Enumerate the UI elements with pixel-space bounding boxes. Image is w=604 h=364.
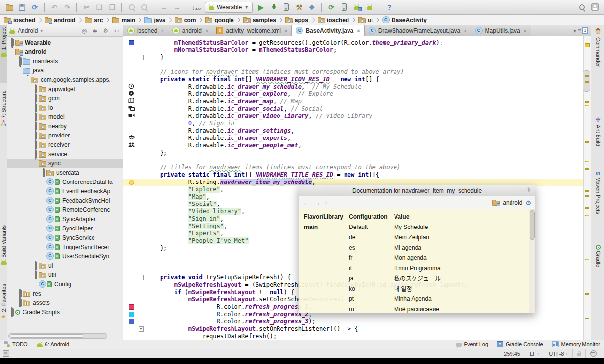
warning-stripe-mark[interactable]	[585, 141, 589, 143]
code-line[interactable]: R.drawable.ic_drawer_map, // Map	[123, 98, 583, 105]
tree-item-provider[interactable]: provider	[7, 131, 123, 140]
sidebar-tab-maven-projects[interactable]: mMaven Projects	[591, 170, 604, 214]
code-line[interactable]: // icons for navdrawer items (indices mu…	[123, 68, 583, 76]
run-config-combo[interactable]: Wearable▼	[205, 2, 253, 13]
code-line[interactable]: }	[123, 54, 583, 61]
warning-stripe-mark[interactable]	[585, 105, 589, 106]
code-line[interactable]: mSwipeRefreshLayout.setOnRefreshListener…	[123, 325, 583, 333]
code-line[interactable]: private static final int[] NAVDRAWER_ICO…	[123, 76, 583, 83]
project-view-selector[interactable]: Android ▾	[9, 27, 78, 34]
tab-close-icon[interactable]: ×	[284, 28, 287, 34]
sidebar-tab-ant-build[interactable]: ❉Ant Build	[591, 116, 604, 146]
collapse-arrow-icon[interactable]	[9, 48, 15, 55]
collapse-arrow-icon[interactable]	[33, 160, 39, 167]
save-all-icon[interactable]	[16, 2, 28, 13]
code-line[interactable]: R.drawable.ic_drawer_people_met,	[123, 142, 583, 149]
expand-arrow-icon[interactable]	[33, 141, 39, 148]
tree-item-gcm[interactable]: gcm	[7, 93, 123, 103]
expand-arrow-icon[interactable]	[17, 58, 23, 65]
expand-arrow-icon[interactable]	[33, 132, 39, 139]
avd-manager-icon[interactable]	[338, 2, 350, 13]
breadcrumb-item[interactable]: com	[175, 17, 196, 23]
tree-item-conferencedataha[interactable]: CConferenceDataHa	[7, 177, 123, 186]
tree-item-eventfeedbackap[interactable]: CEventFeedbackAp	[7, 186, 123, 196]
expand-arrow-icon[interactable]	[33, 114, 39, 120]
expand-arrow-icon[interactable]	[33, 272, 39, 278]
documentation-popup-scrollbar[interactable]	[529, 209, 535, 313]
breadcrumb-item[interactable]: iosched	[4, 17, 35, 23]
tree-item-userdata[interactable]: userdata	[7, 168, 123, 177]
tree-item-res[interactable]: res	[7, 289, 123, 298]
tree-item-java[interactable]: java	[7, 66, 123, 75]
breadcrumb-item[interactable]: google	[205, 17, 233, 23]
code-line[interactable]: R.drawable.ic_drawer_explore, // Explore	[123, 91, 583, 98]
tree-item-manifests[interactable]: manifests	[7, 56, 123, 66]
tab-close-icon[interactable]: ×	[524, 28, 527, 34]
warning-stripe-mark[interactable]	[585, 75, 589, 77]
debug-button[interactable]	[268, 2, 279, 13]
breadcrumb-item[interactable]: apps	[285, 17, 308, 23]
tree-item-gradle-scripts[interactable]: Gradle Scripts	[7, 307, 123, 317]
doc-forward-icon[interactable]: →	[314, 199, 321, 206]
intention-bulb-icon[interactable]	[127, 179, 135, 185]
expand-arrow-icon[interactable]	[9, 39, 15, 46]
code-line[interactable]	[123, 61, 583, 68]
code-line[interactable]: 0, // Sign in	[123, 120, 583, 127]
tab-close-icon[interactable]: ×	[161, 28, 163, 34]
warning-stripe-mark[interactable]	[585, 161, 589, 162]
warning-stripe-mark[interactable]	[585, 259, 589, 260]
readonly-lock-icon[interactable]	[572, 349, 585, 358]
expand-arrow-icon[interactable]	[33, 95, 39, 102]
tree-item-triggersyncrecei[interactable]: CTriggerSyncRecei	[7, 242, 123, 251]
warning-stripe-mark[interactable]	[585, 101, 589, 103]
expand-arrow-icon[interactable]	[41, 169, 46, 176]
breadcrumb-item[interactable]: src	[85, 17, 103, 23]
collapse-arrow-icon[interactable]	[25, 76, 31, 83]
sidebar-tab-favorites[interactable]: 2: Favorites★	[0, 284, 7, 320]
code-line[interactable]: };	[123, 149, 583, 157]
warning-stripe-mark[interactable]	[585, 293, 589, 295]
attach-debugger-icon[interactable]	[280, 2, 292, 13]
tab-maputils-java[interactable]: CMapUtils.java×	[471, 25, 531, 36]
warning-stripe-mark[interactable]	[585, 190, 589, 192]
doc-up-icon[interactable]: ↑	[325, 199, 328, 206]
fold-expand-icon[interactable]: +	[139, 326, 144, 332]
tree-item-nearby[interactable]: nearby	[7, 121, 123, 131]
code-line[interactable]: R.drawable.ic_drawer_settings,	[123, 127, 583, 135]
back-icon[interactable]: ←	[158, 2, 170, 13]
code-line[interactable]: // titles for navdrawer items (indices m…	[123, 164, 583, 171]
tab-android[interactable]: android×	[168, 25, 212, 36]
expand-arrow-icon[interactable]	[9, 309, 15, 316]
tree-item-com-google-samples-apps-[interactable]: com.google.samples.apps.	[7, 75, 123, 84]
tree-item-ui[interactable]: ui	[7, 261, 123, 270]
breadcrumb-item[interactable]: iosched	[318, 17, 349, 23]
expand-arrow-icon[interactable]	[17, 290, 23, 297]
code-line[interactable]: R.drawable.ic_drawer_video_library, // V…	[123, 113, 583, 120]
tree-item-io[interactable]: io	[7, 103, 123, 112]
expand-arrow-icon[interactable]	[33, 86, 39, 92]
tab-baseactivity-java[interactable]: CBaseActivity.java×	[292, 25, 364, 36]
doc-back-icon[interactable]: ←	[303, 199, 310, 206]
run-button[interactable]: ▶	[255, 2, 267, 13]
tab-overflow[interactable]: ▾≡3	[570, 25, 591, 36]
tree-item-appwidget[interactable]: appwidget	[7, 84, 123, 93]
fold-collapse-icon[interactable]: −	[139, 55, 144, 60]
tree-item-model[interactable]: model	[7, 112, 123, 121]
warning-stripe-mark[interactable]	[585, 195, 589, 197]
tree-item-util[interactable]: util	[7, 270, 123, 279]
panel-settings-icon[interactable]: ⚙	[101, 27, 110, 34]
expand-arrow-icon[interactable]	[33, 104, 39, 111]
code-line[interactable]: R.drawable.ic_drawer_experts,	[123, 135, 583, 142]
sidebar-tab-gradle[interactable]: Gradle	[591, 245, 604, 267]
tree-item-synchelper[interactable]: CSyncHelper	[7, 224, 123, 233]
tab-drawshadowframelayout-java[interactable]: CDrawShadowFrameLayout.java×	[365, 25, 471, 36]
toolwindow-button-android[interactable]: 6: Android	[37, 341, 70, 347]
breadcrumb-item[interactable]: ui	[358, 17, 373, 23]
sync-project-icon[interactable]: ⚒	[293, 2, 305, 13]
code-line[interactable]: requestDataRefresh();	[123, 333, 583, 340]
expand-arrow-icon[interactable]	[17, 299, 23, 306]
sidebar-tab-commander[interactable]: Commander	[591, 28, 604, 67]
tree-item-config[interactable]: CConfig	[7, 279, 123, 289]
breadcrumb-item[interactable]: samples	[243, 17, 276, 23]
encoding-selector[interactable]: UTF-8↕	[544, 349, 572, 358]
